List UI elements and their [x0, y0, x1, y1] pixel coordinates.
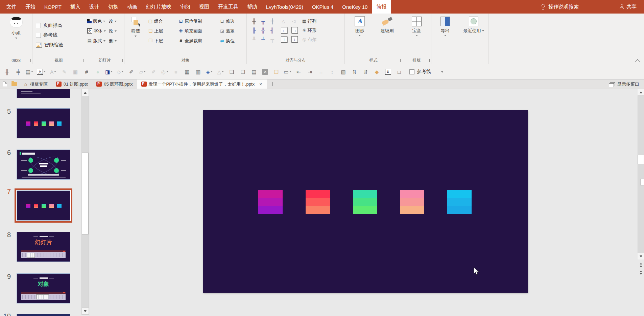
chart-sort-icon[interactable]: ⇵	[362, 67, 369, 76]
shape-edit-icon[interactable]: ▱	[139, 67, 146, 76]
format-painter-icon[interactable]: ◆	[373, 67, 381, 76]
menu-tab[interactable]: LvyhTools(0429)	[262, 0, 308, 14]
file-tab[interactable]: 发现一个PPT小插件，使用起来爽爆了，太好用！.pptx	[137, 80, 267, 89]
previous-slide-button[interactable]	[638, 261, 644, 268]
dialog-launcher-icon[interactable]	[427, 59, 430, 62]
checkbox-icon[interactable]	[409, 69, 414, 74]
duplicate-in-place-button[interactable]: ⊡ 原位复制	[178, 18, 219, 24]
menu-tab[interactable]: 视图	[195, 0, 214, 14]
scrollbar-thumb[interactable]	[82, 153, 89, 234]
scroll-up-button[interactable]	[82, 89, 89, 96]
align-middle-icon[interactable]: ╪	[15, 67, 22, 76]
align-vcenter-icon[interactable]: ╪	[270, 18, 274, 24]
toolbar-overflow-icon[interactable]	[441, 71, 444, 73]
rows-columns-button[interactable]: ▦ 行列	[302, 18, 327, 24]
treasure-box-button[interactable]: 宝盒	[404, 16, 429, 36]
new-file-button[interactable]	[0, 80, 9, 89]
modify-color-button[interactable]: 改	[109, 18, 124, 24]
trim-edge-button[interactable]: □ 修边	[220, 18, 245, 24]
checkbox-icon[interactable]	[36, 23, 41, 28]
move-up-button[interactable]: ↑	[281, 36, 291, 43]
move-right-button[interactable]: →	[291, 27, 302, 33]
distribute-vertical-icon[interactable]: ╤	[270, 37, 274, 42]
flip-vertical-button[interactable]: ◁	[291, 19, 302, 24]
filter-button[interactable]: 筛选	[124, 14, 147, 37]
menu-tab[interactable]: 设计	[85, 0, 104, 14]
size-position-icon[interactable]: ▭	[284, 67, 291, 76]
menu-tab[interactable]: 插入	[66, 0, 85, 14]
add-tab-button[interactable]	[267, 80, 277, 89]
smart-zoom-button[interactable]: 智能缩放	[36, 41, 63, 49]
gradient-square-green[interactable]	[353, 190, 377, 214]
scrollbar-thumb[interactable]	[638, 155, 644, 164]
super-brush-button[interactable]: 超级刷	[375, 16, 400, 33]
menu-tab[interactable]: 开始	[21, 0, 40, 14]
file-tab[interactable]: 01 饼图.pptx	[52, 80, 92, 89]
ink-pen-icon[interactable]: ✎	[61, 67, 68, 76]
gradient-square-red[interactable]	[306, 190, 330, 214]
dialog-launcher-icon[interactable]	[120, 59, 123, 62]
boolean-ops-icon[interactable]: ◎	[161, 67, 168, 76]
align-distribute-icon[interactable]: ╫	[3, 67, 11, 76]
picture-paste-icon[interactable]: ▣	[72, 67, 79, 76]
center-vertical-icon[interactable]: ↕	[329, 67, 336, 76]
align-right-icon[interactable]: ╢	[270, 27, 274, 33]
flip-shape-icon[interactable]: △	[217, 67, 224, 76]
pane-splitter-handle[interactable]	[640, 179, 644, 185]
fullscreen-crop-button[interactable]: # 全屏裁剪	[178, 38, 219, 44]
dialog-launcher-icon[interactable]	[242, 59, 245, 62]
shape-merge-icon[interactable]: ◈	[206, 67, 213, 76]
swap-objects-icon[interactable]: ❒	[272, 67, 280, 76]
fill-frame-button[interactable]: ✚ 填充画面	[178, 28, 219, 34]
align-hcenter-icon[interactable]: ╫	[252, 18, 256, 24]
menu-tab[interactable]: 开发工具	[214, 0, 243, 14]
menu-tab[interactable]: OKPlus 4	[308, 0, 338, 14]
align-bottom-icon[interactable]: ╧	[261, 37, 265, 42]
delete-slide-icon[interactable]: ✕	[261, 67, 269, 76]
gradient-square-cyan[interactable]	[447, 190, 472, 214]
outline-notes-icon[interactable]: ▤	[250, 67, 258, 76]
color-button[interactable]: 颜色	[87, 18, 109, 24]
replace-picture-icon[interactable]: ▧	[340, 67, 347, 76]
align-left-icon[interactable]: ╟	[252, 27, 256, 33]
center-on-slide-icon[interactable]: ╬	[261, 27, 265, 33]
gradient-square-pink[interactable]	[400, 190, 424, 214]
flip-horizontal-button[interactable]: △	[281, 19, 291, 24]
eyedropper-icon[interactable]: ✐	[127, 67, 135, 76]
scrollbar-track[interactable]	[638, 89, 644, 259]
bring-up-button[interactable]: ❏ 上层	[148, 28, 178, 34]
menu-tab[interactable]: 动画	[123, 0, 142, 14]
next-slide-button[interactable]	[638, 269, 644, 276]
table-edit-icon[interactable]: ▦	[183, 67, 191, 76]
slide-6-thumbnail[interactable]	[17, 150, 70, 180]
file-tab[interactable]: 05 圆环图.pptx	[92, 80, 137, 89]
delete-button[interactable]: 删	[109, 38, 124, 44]
bring-forward-icon[interactable]: ❏	[228, 67, 235, 76]
scroll-down-button[interactable]	[638, 253, 644, 259]
stretch-box-icon[interactable]: ⇕	[384, 67, 392, 76]
swap-position-button[interactable]: ⇄ 换位	[220, 38, 245, 44]
distribute-horizontal-icon[interactable]: ╨	[252, 37, 256, 42]
menu-tab[interactable]: KOPPT	[40, 0, 66, 14]
theme-color-swatch-icon[interactable]: ◨	[105, 67, 113, 76]
guides-checkbox[interactable]: 参考线	[36, 31, 57, 39]
slide-canvas[interactable]	[203, 110, 528, 293]
ring-layout-button[interactable]: ✳ 环形	[302, 27, 327, 33]
dialog-launcher-icon[interactable]	[340, 59, 343, 62]
move-left-button[interactable]: ←	[281, 27, 291, 33]
dialog-launcher-icon[interactable]	[398, 59, 401, 62]
text-style-icon[interactable]: ▤	[26, 67, 33, 76]
slide-8-thumbnail[interactable]: 幻灯片	[17, 232, 70, 262]
placeholder-icon[interactable]: □	[396, 67, 403, 76]
file-tab[interactable]: 模板专区	[19, 80, 52, 89]
modify-font-button[interactable]: 改	[109, 28, 124, 34]
menu-tab[interactable]: 简报	[372, 0, 391, 14]
center-horizontal-icon[interactable]: ↔	[317, 67, 325, 76]
collapse-ribbon-icon[interactable]	[635, 59, 640, 64]
menu-tab[interactable]: 文件	[2, 0, 21, 14]
slide-7-thumbnail[interactable]	[17, 190, 70, 221]
chart-insert-icon[interactable]: ▥	[194, 67, 202, 76]
line-eyedropper-icon[interactable]: ✐	[150, 67, 157, 76]
scroll-up-button[interactable]	[638, 89, 644, 96]
export-button[interactable]: 导出	[433, 16, 458, 36]
